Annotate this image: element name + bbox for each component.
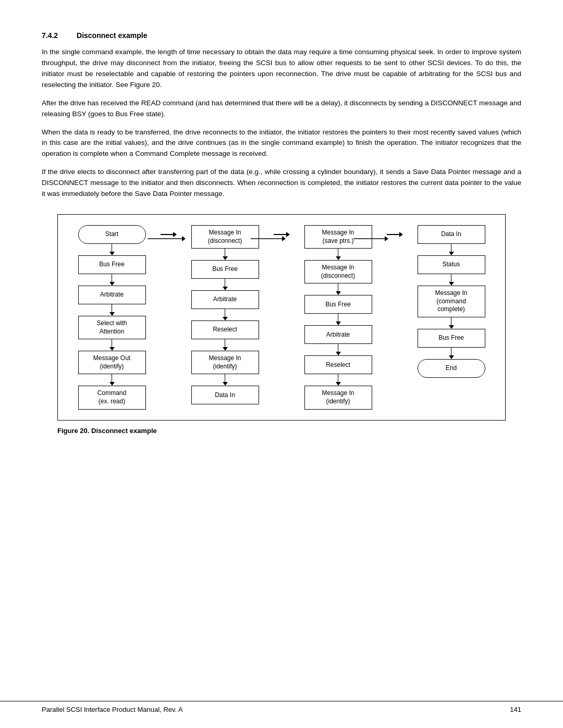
section-title: Disconnect example [77,31,147,40]
section-number: 7.4.2 [42,31,58,40]
box-msg-in-command-complete: Message In(commandcomplete) [418,286,485,317]
arrow-col3-3 [336,314,341,325]
box-bus-free-3: Bus Free [304,295,372,314]
arrow-col1-4 [109,339,115,351]
arrow-col4-2 [449,274,454,286]
box-msg-in-identify-2: Message In(identify) [304,386,372,409]
box-start: Start [78,225,146,244]
flow-column-2: Message In(disconnect) Bus Free Arbitrat… [176,225,274,404]
box-status: Status [418,255,485,274]
arrow-col4-1 [449,244,454,255]
box-bus-free-1: Bus Free [78,255,146,274]
figure-caption: Figure 20. Disconnect example [57,427,506,435]
arrow-col1-3 [109,304,115,316]
box-msg-in-disconnect-2: Message In(disconnect) [304,260,372,283]
footer-right: 141 [510,706,521,713]
box-arbitrate-2: Arbitrate [191,290,259,309]
box-end: End [418,359,485,378]
box-bus-free-4: Bus Free [418,329,485,348]
flow-column-4: Data In Status Message In(commandcomplet… [402,225,500,378]
arrow-col2-3 [223,309,228,320]
h-arrow-2-3 [274,225,289,237]
arrow-col1-1 [109,244,115,255]
arrow-col2-5 [223,374,228,386]
box-arbitrate-1: Arbitrate [78,286,146,304]
page: 7.4.2 Disconnect example In the single c… [0,0,563,728]
flow-column-1: Start Bus Free Arbitrate Select withAtte… [63,225,161,410]
box-select-attention: Select withAttention [78,316,146,339]
arrow-col3-4 [336,344,341,355]
box-msg-in-disconnect-1: Message In(disconnect) [191,225,259,249]
arrow-col1-5 [109,374,115,386]
box-data-in-1: Data In [191,386,259,404]
flow-columns: Start Bus Free Arbitrate Select withAtte… [63,225,500,410]
h-arrow-1-2 [161,225,176,237]
box-msg-in-identify-1: Message In(identify) [191,351,259,374]
box-message-out-identify: Message Out(identify) [78,351,146,374]
paragraph-2: After the drive has received the READ co… [42,98,521,120]
paragraph-3: When the data is ready to be transferred… [42,127,521,160]
footer-left: Parallel SCSI Interface Product Manual, … [42,706,183,713]
page-footer: Parallel SCSI Interface Product Manual, … [0,701,563,713]
flow-column-3: Message In(save ptrs.) Message In(discon… [289,225,387,410]
box-data-in-2: Data In [418,225,485,244]
arrow-col3-1 [336,249,341,260]
box-command-read: Command(ex. read) [78,386,146,409]
arrow-col4-3 [449,317,454,329]
box-arbitrate-3: Arbitrate [304,325,372,344]
arrow-col1-2 [109,274,115,286]
diagram-border: Start Bus Free Arbitrate Select withAtte… [57,214,506,421]
arrow-col3-5 [336,374,341,386]
box-bus-free-2: Bus Free [191,260,259,279]
diagram-container: Start Bus Free Arbitrate Select withAtte… [57,214,506,435]
arrow-col3-2 [336,283,341,295]
arrow-col2-4 [223,339,228,351]
section-heading: 7.4.2 Disconnect example [42,31,521,40]
paragraph-4: If the drive elects to disconnect after … [42,167,521,200]
arrow-col4-4 [449,348,454,359]
arrow-col2-2 [223,279,228,290]
box-reselect-2: Reselect [304,355,372,374]
box-reselect-1: Reselect [191,320,259,339]
paragraph-1: In the single command example, the lengt… [42,47,521,91]
arrow-col2-1 [223,249,228,260]
box-msg-in-saveptrs: Message In(save ptrs.) [304,225,372,249]
h-arrow-3-4 [387,225,402,237]
